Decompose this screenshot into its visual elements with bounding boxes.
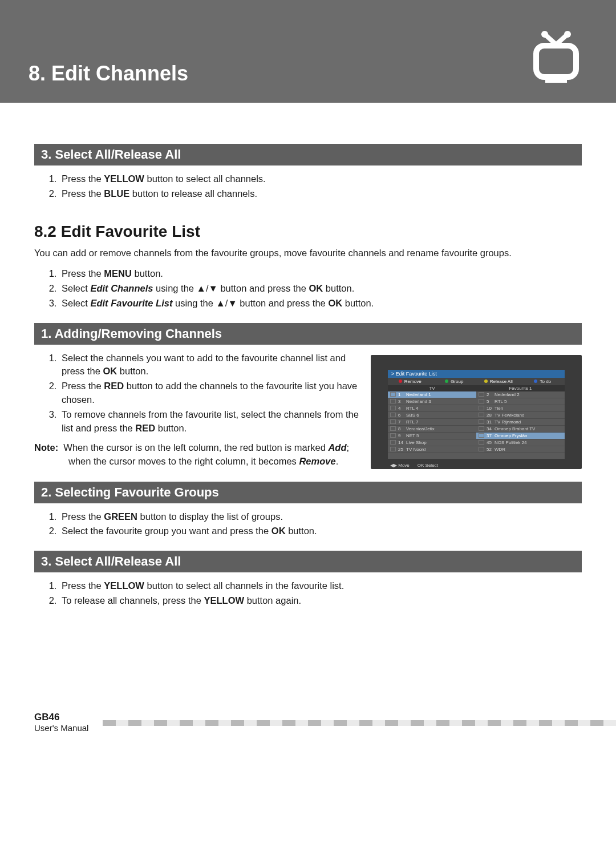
- osd-channel-row: 7RTL 7: [388, 419, 476, 426]
- edit-fav-steps: Press the MENU button. Select Edit Chann…: [59, 267, 582, 310]
- list-item: To release all channels, press the YELLO…: [59, 594, 582, 608]
- list-item: Press the GREEN button to display the li…: [59, 510, 582, 524]
- list-item: Press the MENU button.: [59, 267, 582, 281]
- page-footer: GB46 User's Manual: [0, 712, 616, 756]
- osd-tabs: Remove Group Release All To do: [388, 378, 565, 385]
- footer-stripe: [103, 720, 616, 726]
- osd-channel-row: 34Omroep Brabant TV: [476, 426, 565, 433]
- osd-channel-row: 45NOS Politiek 24: [476, 439, 565, 446]
- osd-channel-row: 25TV Noord: [388, 446, 476, 453]
- osd-channel-row: 9NET 5: [388, 433, 476, 439]
- list-item: Press the YELLOW button to select all ch…: [59, 172, 582, 186]
- list-item: Select Edit Channels using the ▲/▼ butto…: [59, 282, 582, 296]
- osd-right-header: Favourite 1: [476, 385, 565, 391]
- osd-left-header: TV: [388, 385, 476, 391]
- select-release-list: Press the YELLOW button to select all ch…: [59, 172, 582, 201]
- list-item: Press the YELLOW button to select all ch…: [59, 579, 582, 593]
- osd-channel-row: 31TV Rijnmond: [476, 419, 565, 426]
- osd-channel-row: 10Tien: [476, 405, 565, 412]
- osd-channel-row: 4RTL 4: [388, 405, 476, 412]
- osd-screenshot: > Edit Favourite List Remove Group Relea…: [371, 355, 582, 469]
- osd-channel-row: 3Nederland 3: [388, 398, 476, 405]
- list-item: Select the channels you want to add to t…: [59, 352, 359, 379]
- adding-removing-steps: Select the channels you want to add to t…: [59, 352, 359, 436]
- osd-channel-row: 28TV Fewikcland: [476, 412, 565, 419]
- chapter-header: 8. Edit Channels: [0, 0, 616, 103]
- tv-icon: [525, 11, 587, 86]
- subsection-heading-adding: 1. Adding/Removing Channels: [34, 323, 582, 345]
- note-paragraph: Note: When the cursor is on the left col…: [34, 441, 359, 469]
- osd-channel-row: 2Nederland 2: [476, 391, 565, 398]
- subsection-heading-groups: 2. Selecting Favourite Groups: [34, 482, 582, 503]
- osd-channel-row: 8Veronica/Jetix: [388, 426, 476, 433]
- selecting-groups-steps: Press the GREEN button to display the li…: [59, 510, 582, 539]
- osd-channel-row: 5RTL 5: [476, 398, 565, 405]
- osd-channel-row: 37Omroep Fryslân: [476, 433, 565, 439]
- osd-channel-row: 1Nederland 1: [388, 391, 476, 398]
- list-item: Press the BLUE button to release all cha…: [59, 187, 582, 201]
- section-heading-select-release: 3. Select All/Release All: [34, 144, 582, 165]
- svg-point-1: [564, 31, 571, 38]
- osd-channel-row: 6SBS 6: [388, 412, 476, 419]
- osd-title: > Edit Favourite List: [388, 370, 565, 378]
- list-item: Select the favourite group you want and …: [59, 524, 582, 538]
- list-item: To remove channels from the favourite li…: [59, 408, 359, 435]
- svg-point-0: [541, 31, 548, 38]
- intro-paragraph: You can add or remove channels from the …: [34, 247, 582, 260]
- section-heading-82: 8.2 Edit Favourite List: [34, 223, 582, 241]
- osd-channel-row: 14Live Shop: [388, 439, 476, 446]
- list-item: Press the RED button to add the channels…: [59, 379, 359, 407]
- osd-channel-row: 52WDR: [476, 446, 565, 453]
- svg-rect-3: [545, 79, 567, 83]
- select-release-2-steps: Press the YELLOW button to select all ch…: [59, 579, 582, 608]
- chapter-title: 8. Edit Channels: [29, 62, 188, 103]
- osd-footer: ◀▶ Move OK Select: [390, 463, 438, 468]
- list-item: Select Edit Favourite List using the ▲/▼…: [59, 297, 582, 310]
- subsection-heading-select-release-2: 3. Select All/Release All: [34, 551, 582, 572]
- svg-rect-2: [536, 46, 576, 77]
